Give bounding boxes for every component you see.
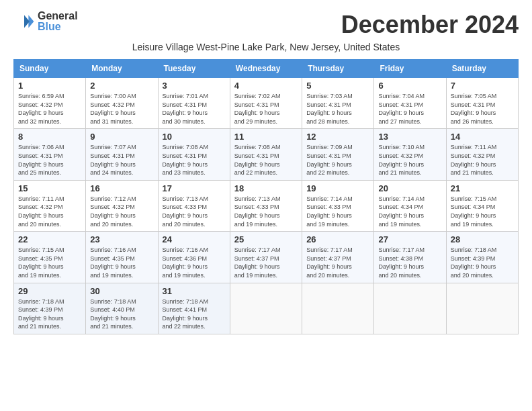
day-info: Sunrise: 7:16 AM Sunset: 4:36 PM Dayligh… bbox=[163, 246, 226, 279]
day-number: 4 bbox=[234, 81, 298, 91]
day-number: 5 bbox=[306, 81, 369, 91]
day-number: 31 bbox=[163, 286, 226, 296]
calendar-cell: 27Sunrise: 7:17 AM Sunset: 4:38 PM Dayli… bbox=[374, 232, 446, 283]
day-number: 19 bbox=[306, 183, 369, 193]
calendar-week-row: 22Sunrise: 7:15 AM Sunset: 4:35 PM Dayli… bbox=[14, 232, 519, 283]
day-info: Sunrise: 7:18 AM Sunset: 4:40 PM Dayligh… bbox=[90, 298, 153, 331]
day-info: Sunrise: 7:10 AM Sunset: 4:32 PM Dayligh… bbox=[378, 143, 441, 177]
calendar-cell: 8Sunrise: 7:06 AM Sunset: 4:31 PM Daylig… bbox=[14, 129, 86, 180]
calendar-cell: 11Sunrise: 7:08 AM Sunset: 4:31 PM Dayli… bbox=[230, 129, 302, 180]
calendar-cell: 13Sunrise: 7:10 AM Sunset: 4:32 PM Dayli… bbox=[374, 129, 446, 180]
day-number: 14 bbox=[451, 132, 514, 142]
day-info: Sunrise: 7:11 AM Sunset: 4:32 PM Dayligh… bbox=[18, 195, 81, 228]
day-number: 1 bbox=[18, 81, 81, 91]
day-number: 28 bbox=[451, 234, 514, 244]
day-number: 10 bbox=[163, 132, 226, 142]
day-info: Sunrise: 6:59 AM Sunset: 4:32 PM Dayligh… bbox=[18, 92, 81, 126]
day-info: Sunrise: 7:16 AM Sunset: 4:35 PM Dayligh… bbox=[90, 246, 153, 279]
calendar-cell: 23Sunrise: 7:16 AM Sunset: 4:35 PM Dayli… bbox=[86, 232, 158, 283]
calendar-cell: 12Sunrise: 7:09 AM Sunset: 4:31 PM Dayli… bbox=[302, 129, 374, 180]
logo-general-text: General bbox=[38, 11, 78, 21]
day-info: Sunrise: 7:11 AM Sunset: 4:32 PM Dayligh… bbox=[451, 143, 514, 177]
day-number: 25 bbox=[234, 234, 298, 244]
calendar-cell: 2Sunrise: 7:00 AM Sunset: 4:32 PM Daylig… bbox=[86, 78, 158, 129]
day-info: Sunrise: 7:17 AM Sunset: 4:37 PM Dayligh… bbox=[234, 246, 298, 279]
day-number: 30 bbox=[90, 286, 153, 296]
logo-icon bbox=[13, 11, 35, 32]
day-info: Sunrise: 7:08 AM Sunset: 4:31 PM Dayligh… bbox=[234, 143, 298, 177]
day-number: 11 bbox=[234, 132, 298, 142]
day-info: Sunrise: 7:02 AM Sunset: 4:31 PM Dayligh… bbox=[234, 92, 298, 126]
calendar-cell: 29Sunrise: 7:18 AM Sunset: 4:39 PM Dayli… bbox=[14, 283, 86, 334]
day-info: Sunrise: 7:05 AM Sunset: 4:31 PM Dayligh… bbox=[451, 92, 514, 126]
day-info: Sunrise: 7:14 AM Sunset: 4:34 PM Dayligh… bbox=[378, 195, 441, 228]
calendar-cell: 24Sunrise: 7:16 AM Sunset: 4:36 PM Dayli… bbox=[158, 232, 230, 283]
page-header: General Blue December 2024 bbox=[13, 11, 519, 39]
calendar-cell: 19Sunrise: 7:14 AM Sunset: 4:33 PM Dayli… bbox=[302, 180, 374, 231]
day-info: Sunrise: 7:18 AM Sunset: 4:39 PM Dayligh… bbox=[18, 298, 81, 331]
day-number: 16 bbox=[90, 183, 153, 193]
day-number: 22 bbox=[18, 234, 81, 244]
day-info: Sunrise: 7:12 AM Sunset: 4:32 PM Dayligh… bbox=[90, 195, 153, 228]
calendar-cell bbox=[374, 283, 446, 334]
day-info: Sunrise: 7:09 AM Sunset: 4:31 PM Dayligh… bbox=[306, 143, 369, 177]
day-info: Sunrise: 7:17 AM Sunset: 4:38 PM Dayligh… bbox=[378, 246, 441, 279]
day-number: 23 bbox=[90, 234, 153, 244]
calendar-cell: 28Sunrise: 7:18 AM Sunset: 4:39 PM Dayli… bbox=[446, 232, 518, 283]
day-info: Sunrise: 7:03 AM Sunset: 4:31 PM Dayligh… bbox=[306, 92, 369, 126]
calendar-week-row: 8Sunrise: 7:06 AM Sunset: 4:31 PM Daylig… bbox=[14, 129, 519, 180]
day-info: Sunrise: 7:04 AM Sunset: 4:31 PM Dayligh… bbox=[378, 92, 441, 126]
logo-blue-text: Blue bbox=[38, 21, 78, 32]
calendar-cell: 9Sunrise: 7:07 AM Sunset: 4:31 PM Daylig… bbox=[86, 129, 158, 180]
calendar-cell: 26Sunrise: 7:17 AM Sunset: 4:37 PM Dayli… bbox=[302, 232, 374, 283]
day-info: Sunrise: 7:15 AM Sunset: 4:35 PM Dayligh… bbox=[18, 246, 81, 279]
calendar-cell: 31Sunrise: 7:18 AM Sunset: 4:41 PM Dayli… bbox=[158, 283, 230, 334]
day-info: Sunrise: 7:13 AM Sunset: 4:33 PM Dayligh… bbox=[163, 195, 226, 228]
days-of-week-row: SundayMondayTuesdayWednesdayThursdayFrid… bbox=[14, 60, 519, 78]
calendar-cell: 22Sunrise: 7:15 AM Sunset: 4:35 PM Dayli… bbox=[14, 232, 86, 283]
day-number: 20 bbox=[378, 183, 441, 193]
day-info: Sunrise: 7:18 AM Sunset: 4:41 PM Dayligh… bbox=[163, 298, 226, 331]
day-number: 13 bbox=[378, 132, 441, 142]
day-number: 9 bbox=[90, 132, 153, 142]
day-number: 27 bbox=[378, 234, 441, 244]
calendar-cell: 15Sunrise: 7:11 AM Sunset: 4:32 PM Dayli… bbox=[14, 180, 86, 231]
calendar-cell bbox=[446, 283, 518, 334]
day-info: Sunrise: 7:00 AM Sunset: 4:32 PM Dayligh… bbox=[90, 92, 153, 126]
calendar-cell: 4Sunrise: 7:02 AM Sunset: 4:31 PM Daylig… bbox=[230, 78, 302, 129]
calendar-cell: 3Sunrise: 7:01 AM Sunset: 4:31 PM Daylig… bbox=[158, 78, 230, 129]
calendar-cell: 30Sunrise: 7:18 AM Sunset: 4:40 PM Dayli… bbox=[86, 283, 158, 334]
calendar-week-row: 29Sunrise: 7:18 AM Sunset: 4:39 PM Dayli… bbox=[14, 283, 519, 334]
day-info: Sunrise: 7:14 AM Sunset: 4:33 PM Dayligh… bbox=[306, 195, 369, 228]
calendar-cell: 20Sunrise: 7:14 AM Sunset: 4:34 PM Dayli… bbox=[374, 180, 446, 231]
calendar-cell: 5Sunrise: 7:03 AM Sunset: 4:31 PM Daylig… bbox=[302, 78, 374, 129]
day-of-week-header: Saturday bbox=[446, 60, 518, 78]
calendar-cell: 16Sunrise: 7:12 AM Sunset: 4:32 PM Dayli… bbox=[86, 180, 158, 231]
calendar-header: SundayMondayTuesdayWednesdayThursdayFrid… bbox=[14, 60, 519, 78]
month-title: December 2024 bbox=[341, 11, 519, 39]
logo-text: General Blue bbox=[38, 11, 78, 32]
day-info: Sunrise: 7:06 AM Sunset: 4:31 PM Dayligh… bbox=[18, 143, 81, 177]
calendar-cell: 7Sunrise: 7:05 AM Sunset: 4:31 PM Daylig… bbox=[446, 78, 518, 129]
calendar-week-row: 15Sunrise: 7:11 AM Sunset: 4:32 PM Dayli… bbox=[14, 180, 519, 231]
day-number: 15 bbox=[18, 183, 81, 193]
subtitle: Leisure Village West-Pine Lake Park, New… bbox=[13, 42, 519, 52]
day-number: 24 bbox=[163, 234, 226, 244]
day-info: Sunrise: 7:07 AM Sunset: 4:31 PM Dayligh… bbox=[90, 143, 153, 177]
day-of-week-header: Tuesday bbox=[158, 60, 230, 78]
day-number: 7 bbox=[451, 81, 514, 91]
day-number: 21 bbox=[451, 183, 514, 193]
calendar-cell: 18Sunrise: 7:13 AM Sunset: 4:33 PM Dayli… bbox=[230, 180, 302, 231]
day-number: 6 bbox=[378, 81, 441, 91]
calendar-cell: 21Sunrise: 7:15 AM Sunset: 4:34 PM Dayli… bbox=[446, 180, 518, 231]
logo: General Blue bbox=[13, 11, 78, 32]
day-info: Sunrise: 7:17 AM Sunset: 4:37 PM Dayligh… bbox=[306, 246, 369, 279]
day-info: Sunrise: 7:01 AM Sunset: 4:31 PM Dayligh… bbox=[163, 92, 226, 126]
calendar-cell: 14Sunrise: 7:11 AM Sunset: 4:32 PM Dayli… bbox=[446, 129, 518, 180]
day-of-week-header: Thursday bbox=[302, 60, 374, 78]
calendar-cell: 6Sunrise: 7:04 AM Sunset: 4:31 PM Daylig… bbox=[374, 78, 446, 129]
day-info: Sunrise: 7:08 AM Sunset: 4:31 PM Dayligh… bbox=[163, 143, 226, 177]
calendar-cell bbox=[302, 283, 374, 334]
day-info: Sunrise: 7:15 AM Sunset: 4:34 PM Dayligh… bbox=[451, 195, 514, 228]
day-info: Sunrise: 7:13 AM Sunset: 4:33 PM Dayligh… bbox=[234, 195, 298, 228]
